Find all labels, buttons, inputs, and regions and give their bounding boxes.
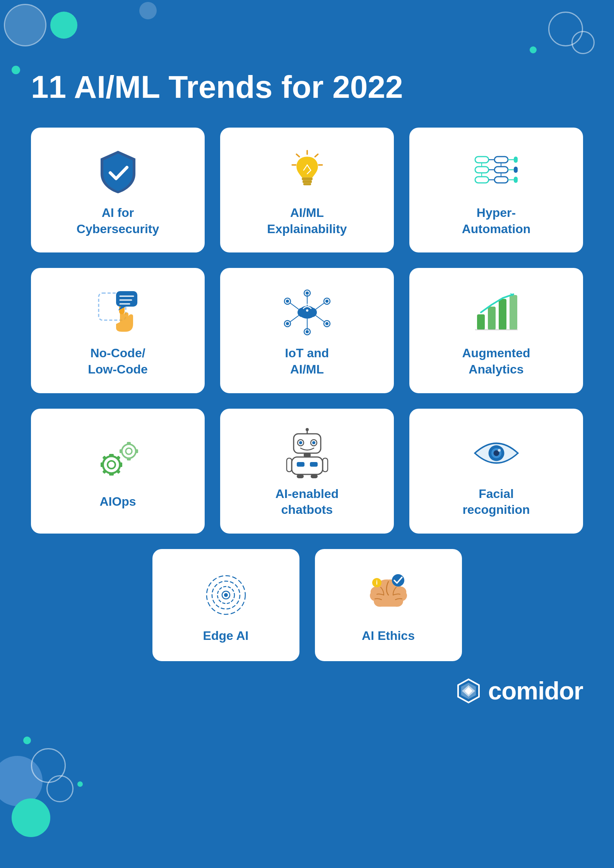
card-ai-chatbots: AI-enabledchatbots [220,409,394,534]
deco-circle [23,737,31,744]
card-ai-ethics: i AI Ethics [315,549,462,661]
svg-point-105 [224,593,228,597]
svg-rect-68 [109,454,114,457]
card-label: AI/MLExplainability [267,205,347,237]
svg-point-85 [299,441,302,444]
card-edge-ai: Edge AI [152,549,299,661]
svg-rect-25 [514,177,518,183]
svg-rect-60 [477,314,485,330]
deco-circle [12,798,50,837]
svg-rect-18 [494,167,508,173]
svg-rect-7 [303,183,311,186]
card-label: Hyper-Automation [462,205,531,237]
svg-rect-79 [127,458,131,460]
svg-line-45 [290,315,299,322]
svg-point-86 [312,441,315,444]
card-label: AugmentedAnalytics [462,345,530,377]
svg-rect-93 [287,458,292,472]
cards-grid: AI forCybersecurity AI/MLEx [0,128,614,534]
svg-rect-61 [488,307,496,330]
card-hyper-automation: Hyper-Automation [409,128,583,252]
svg-point-67 [108,461,115,469]
card-aiops: AIOps [31,409,205,534]
svg-point-77 [126,448,132,454]
svg-rect-94 [323,458,328,472]
card-facial-recognition: Facialrecognition [409,409,583,534]
svg-line-2 [315,154,318,157]
eye-icon [471,428,522,478]
flowchart-icon [471,147,522,197]
card-label: AI Ethics [362,628,415,644]
robot-icon [282,428,332,478]
svg-point-54 [325,300,328,303]
svg-rect-63 [510,295,517,330]
svg-point-58 [325,322,328,325]
chart-icon [471,287,522,338]
svg-rect-95 [297,474,304,478]
card-augmented-analytics: AugmentedAnalytics [409,268,583,393]
card-label: Edge AI [203,628,249,644]
svg-rect-80 [120,449,122,453]
svg-rect-23 [514,157,518,163]
shield-check-icon [93,147,143,197]
svg-rect-24 [514,167,518,173]
svg-point-56 [286,322,289,325]
svg-rect-19 [494,177,508,183]
card-label: AI forCybersecurity [77,205,159,237]
svg-rect-70 [101,462,104,467]
svg-rect-11 [475,157,489,163]
page-title: 11 AI/ML Trends for 2022 [0,0,614,128]
deco-circle [31,748,66,783]
svg-rect-92 [310,462,318,467]
card-iot-ai-ml: IoT andAI/ML [220,268,394,393]
svg-line-1 [296,154,299,157]
svg-point-59 [306,309,308,312]
circle-rings-icon [201,570,251,620]
svg-rect-62 [499,299,506,330]
deco-circle [0,756,43,806]
card-label: AI-enabledchatbots [275,486,339,518]
svg-point-88 [306,428,309,431]
brain-check-icon: i [363,570,414,620]
svg-line-46 [316,315,325,322]
card-label: AIOps [99,494,136,510]
svg-point-100 [498,448,500,451]
svg-rect-12 [475,167,489,173]
card-label: IoT andAI/ML [285,345,329,377]
deco-circle [46,775,74,802]
card-label: Facialrecognition [462,486,530,518]
card-ai-ml-explainability: AI/MLExplainability [220,128,394,252]
svg-line-43 [290,303,299,309]
card-ai-cybersecurity: AI forCybersecurity [31,128,205,252]
svg-rect-91 [297,462,304,467]
bottom-cards-row: Edge AI i AI Ethics [0,549,614,661]
svg-point-50 [306,330,309,333]
brand-name: comidor [488,677,583,705]
svg-rect-96 [311,474,318,478]
svg-point-52 [286,300,289,303]
iot-icon [282,287,332,338]
svg-rect-81 [135,449,138,453]
svg-rect-78 [127,442,131,445]
card-label: No-Code/Low-Code [88,345,148,377]
svg-rect-71 [119,462,122,467]
svg-rect-17 [494,157,508,163]
lightbulb-icon [282,147,332,197]
svg-rect-90 [292,457,323,474]
brand-logo: comidor [455,677,583,705]
svg-rect-6 [303,180,312,183]
touch-icon [93,287,143,338]
comidor-logo-icon [455,677,482,704]
svg-point-48 [306,292,309,295]
deco-circle [77,781,83,787]
card-no-code-low-code: No-Code/Low-Code [31,268,205,393]
svg-rect-13 [475,177,489,183]
svg-text:i: i [376,579,377,586]
svg-line-44 [316,303,325,309]
logo-area: comidor [0,661,614,721]
svg-rect-5 [302,177,313,180]
svg-rect-69 [109,472,114,476]
gears-icon [93,436,143,486]
